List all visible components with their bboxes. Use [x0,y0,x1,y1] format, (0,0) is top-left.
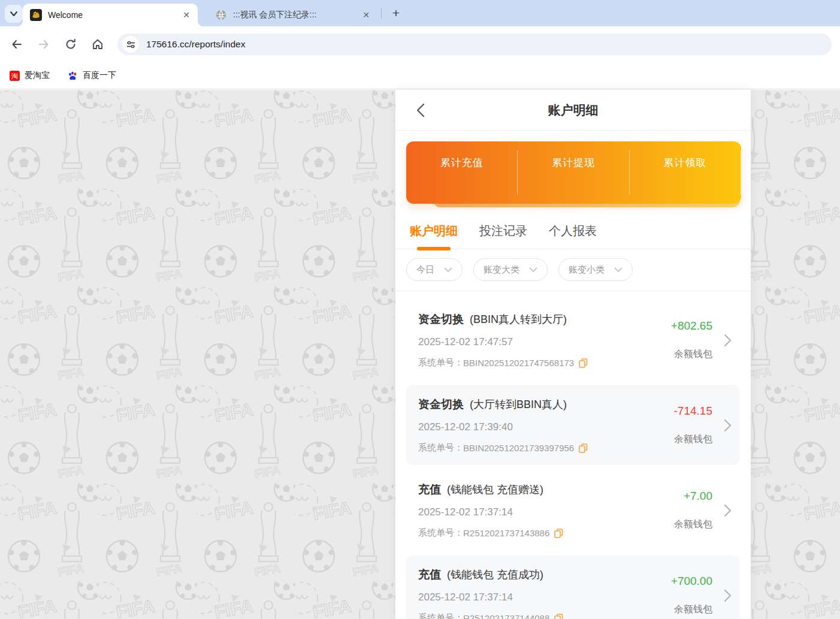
copy-button[interactable] [579,443,588,453]
taobao-icon: 淘 [10,71,20,81]
transaction-wallet: 余额钱包 [674,603,712,616]
back-arrow-icon [11,38,23,50]
svg-text:淘: 淘 [11,72,18,79]
copy-button[interactable] [554,614,563,619]
filter-label: 账变大类 [484,264,519,276]
summary-stat: 累计充值 [406,156,517,189]
forward-nav-button[interactable] [34,35,53,54]
bookmark-label: 百度一下 [83,70,116,81]
filter-dropdown[interactable]: 账变大类 [473,258,548,281]
transaction-side: +802.65 余额钱包 [623,312,712,369]
transaction-main: 充值 (钱能钱包 充值成功) 2025-12-02 17:37:14 系统单号：… [418,567,623,619]
account-detail-panel: 账户明细 累计充值 累计提现 [395,90,751,619]
transaction-time: 2025-12-02 17:47:57 [418,336,623,348]
browser-tab-records[interactable]: :::视讯 会员下注纪录::: ✕ [207,4,377,26]
copy-icon [554,529,563,538]
home-button[interactable] [88,35,107,54]
tab-title: :::视讯 会员下注纪录::: [233,10,361,20]
summary-stat-label: 累计充值 [440,156,484,170]
transaction-type: 资金切换 [418,397,464,412]
page-tab-label: 账户明细 [410,224,458,237]
summary-divider [741,150,741,195]
summary-stat-label: 累计提现 [552,156,595,170]
copy-button[interactable] [554,529,563,538]
chevron-right-icon[interactable] [724,334,732,347]
page-content-area: FIFA [0,90,840,619]
summary-stat: 累计领取 [630,156,741,189]
globe-favicon-icon [215,9,227,21]
back-button[interactable] [412,102,429,119]
transaction-amount: +700.00 [671,575,712,588]
browser-tab-welcome[interactable]: Welcome ✕ [23,4,198,26]
transaction-amount: +7.00 [684,490,712,503]
transaction-detail: (钱能钱包 充值成功) [447,567,543,582]
chevron-left-icon [416,103,425,117]
chevron-right-icon[interactable] [724,419,732,432]
transaction-type: 资金切换 [418,312,464,327]
filter-dropdown[interactable]: 账变小类 [558,258,633,281]
transaction-wallet: 余额钱包 [674,518,712,531]
page-tab[interactable]: 个人报表 [549,223,597,240]
order-number: BBIN202512021747568173 [463,358,574,368]
url-bar[interactable]: 175616.cc/reports/index [117,34,832,55]
transaction-row[interactable]: 资金切换 (大厅转到BBIN真人) 2025-12-02 17:39:40 系统… [406,385,740,465]
summary-stat: 累计提现 [518,156,629,189]
page-tab[interactable]: 投注记录 [479,223,527,240]
tab-divider [381,8,382,19]
bookmark-aitaobao[interactable]: 淘 爱淘宝 [10,70,50,81]
transaction-side: +7.00 余额钱包 [623,482,712,539]
new-tab-button[interactable]: + [388,6,404,22]
page-tab[interactable]: 账户明细 [410,223,458,240]
summary-card: 累计充值 累计提现 累计领取 [406,141,741,204]
transaction-time: 2025-12-02 17:37:14 [418,591,623,603]
transaction-row[interactable]: 资金切换 (BBIN真人转到大厅) 2025-12-02 17:47:57 系统… [406,300,740,380]
order-label: 系统单号： [418,442,463,454]
transaction-detail: (BBIN真人转到大厅) [470,312,567,327]
forward-arrow-icon [38,38,50,50]
transaction-wallet: 余额钱包 [674,433,712,446]
bookmarks-bar: 淘 爱淘宝 百度一下 [0,62,840,89]
transaction-amount: +802.65 [671,319,712,333]
tune-icon [126,40,135,49]
order-number: BBIN202512021739397956 [463,443,574,453]
transaction-main: 资金切换 (BBIN真人转到大厅) 2025-12-02 17:47:57 系统… [418,312,623,369]
gold-lion-favicon-icon [30,9,42,21]
back-nav-button[interactable] [7,35,26,54]
transaction-type: 充值 [418,482,441,497]
bookmark-label: 爱淘宝 [25,70,50,81]
transaction-row[interactable]: 充值 (钱能钱包 充值赠送) 2025-12-02 17:37:14 系统单号：… [406,470,740,550]
chevron-down-icon [614,267,623,273]
transaction-type: 充值 [418,567,441,582]
active-tab-underline [417,247,451,250]
copy-icon [579,358,588,368]
transaction-main: 资金切换 (大厅转到BBIN真人) 2025-12-02 17:39:40 系统… [418,397,623,454]
filter-label: 账变小类 [569,264,605,276]
url-text: 175616.cc/reports/index [146,39,245,50]
copy-button[interactable] [579,358,588,368]
bookmark-baidu[interactable]: 百度一下 [68,70,116,81]
transaction-row[interactable]: 充值 (钱能钱包 充值成功) 2025-12-02 17:37:14 系统单号：… [406,555,740,619]
chevron-right-icon[interactable] [724,504,732,517]
page-tab-label: 个人报表 [549,224,597,237]
filter-dropdown[interactable]: 今日 [406,258,463,281]
transaction-detail: (钱能钱包 充值赠送) [447,482,543,497]
transaction-list: 资金切换 (BBIN真人转到大厅) 2025-12-02 17:47:57 系统… [395,291,751,619]
transaction-side: -714.15 余额钱包 [623,397,712,454]
reload-button[interactable] [61,35,80,54]
transaction-detail: (大厅转到BBIN真人) [470,397,567,412]
chevron-down-icon [10,10,18,18]
site-settings-button[interactable] [122,36,139,53]
order-label: 系统单号： [418,612,463,619]
transaction-amount: -714.15 [674,404,712,418]
page-tab-label: 投注记录 [479,224,527,237]
chevron-right-icon[interactable] [724,589,732,602]
transaction-time: 2025-12-02 17:39:40 [418,421,623,433]
order-number: R2512021737143886 [463,528,549,538]
order-label: 系统单号： [418,357,463,369]
browser-tabstrip: Welcome ✕ :::视讯 会员下注纪录::: ✕ + [0,0,840,26]
baidu-paw-icon [68,71,78,81]
transaction-wallet: 余额钱包 [674,348,712,361]
chevron-down-icon [529,267,537,273]
tab-close-icon[interactable]: ✕ [361,10,371,20]
tab-close-icon[interactable]: ✕ [181,10,192,20]
